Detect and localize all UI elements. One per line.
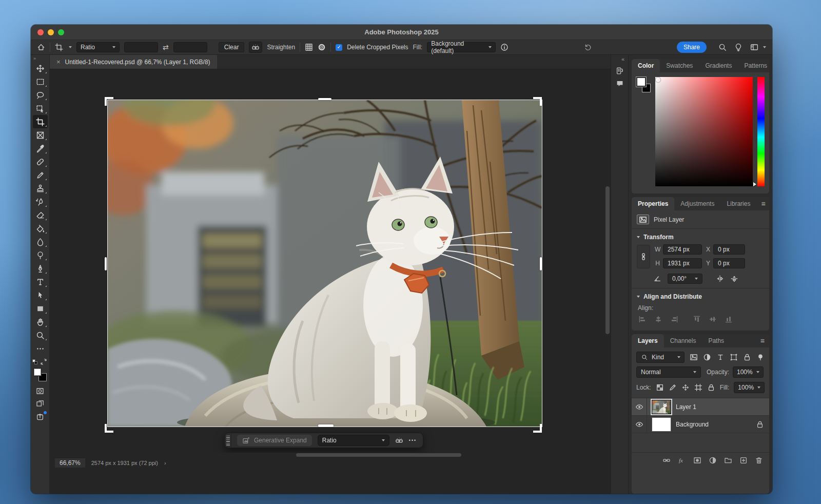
crop-tool-preset-icon[interactable]: [55, 43, 63, 51]
fill-select[interactable]: 100%: [734, 382, 765, 393]
minimize-window-button[interactable]: [48, 29, 54, 35]
document-tab[interactable]: × Untitled-1-Recovered.psd @ 66,7% (Laye…: [50, 55, 217, 69]
tab-adjustments[interactable]: Adjustments: [674, 197, 720, 210]
path-selection-tool[interactable]: [33, 288, 48, 302]
rectangle-tool[interactable]: [33, 302, 48, 315]
crop-width-input[interactable]: [124, 42, 158, 52]
quick-mask-button[interactable]: [33, 384, 48, 397]
toolbar-expand-icon[interactable]: »: [31, 55, 38, 62]
close-window-button[interactable]: [37, 29, 44, 35]
tab-patterns[interactable]: Patterns: [738, 59, 769, 72]
default-colors-icon[interactable]: [32, 359, 37, 364]
crop-handle-top[interactable]: [318, 98, 331, 100]
lock-all-icon[interactable]: [707, 383, 715, 392]
align-bottom-icon[interactable]: [725, 315, 733, 323]
lasso-tool[interactable]: [33, 88, 48, 102]
filter-type-layers-icon[interactable]: [716, 353, 725, 361]
history-panel-icon[interactable]: [616, 67, 624, 75]
foreground-color-swatch[interactable]: [636, 77, 646, 87]
width-field[interactable]: 2574 px: [663, 244, 702, 255]
tab-layers[interactable]: Layers: [632, 334, 664, 347]
y-field[interactable]: 0 px: [713, 258, 745, 268]
zoom-tool[interactable]: [33, 328, 48, 342]
crop-settings-gear-icon[interactable]: [318, 43, 326, 51]
crop-handle-bottom-left[interactable]: [105, 424, 113, 433]
document-image[interactable]: [108, 100, 542, 427]
zoom-level[interactable]: 66,67%: [55, 458, 85, 468]
share-button[interactable]: Share: [677, 42, 707, 53]
reset-icon[interactable]: [584, 43, 592, 51]
panel-menu-icon[interactable]: ≡: [756, 197, 769, 210]
flip-horizontal-icon[interactable]: [716, 275, 724, 283]
canvas[interactable]: Generative Expand Ratio •••: [50, 69, 611, 453]
discover-lightbulb-icon[interactable]: [734, 43, 742, 51]
tab-swatches[interactable]: Swatches: [660, 59, 699, 72]
tab-color[interactable]: Color: [632, 59, 660, 72]
generative-expand-button[interactable]: Generative Expand: [237, 435, 312, 446]
crop-handle-right[interactable]: [540, 257, 542, 270]
object-selection-tool[interactable]: [33, 102, 48, 115]
taskbar-drag-handle[interactable]: [225, 433, 231, 448]
fill-select[interactable]: Background (default): [427, 42, 496, 52]
home-icon[interactable]: [37, 43, 45, 51]
layer-thumbnail[interactable]: [652, 417, 671, 432]
info-icon[interactable]: [500, 43, 509, 51]
layer-visibility-toggle[interactable]: [632, 398, 647, 415]
align-top-icon[interactable]: [693, 315, 701, 323]
align-center-horizontal-icon[interactable]: [654, 315, 662, 323]
move-tool[interactable]: [33, 62, 48, 75]
close-icon[interactable]: ×: [56, 58, 61, 66]
saturation-brightness-field[interactable]: [655, 77, 753, 186]
more-options-icon[interactable]: •••: [409, 438, 417, 443]
crop-handle-top-right[interactable]: [533, 97, 542, 106]
pen-tool[interactable]: [33, 262, 48, 275]
x-field[interactable]: 0 px: [713, 244, 745, 255]
layer-effects-icon[interactable]: fx: [678, 456, 686, 464]
crop-handle-top-left[interactable]: [105, 97, 113, 106]
lock-artboard-icon[interactable]: [694, 383, 702, 392]
brush-tool[interactable]: [33, 168, 48, 182]
share-image-button[interactable]: [33, 410, 48, 423]
hand-tool[interactable]: [33, 315, 48, 328]
type-tool[interactable]: [33, 275, 48, 288]
straighten-icon[interactable]: [395, 436, 403, 444]
horizontal-scrollbar[interactable]: [296, 453, 461, 457]
height-field[interactable]: 1931 px: [663, 258, 702, 268]
hue-slider-indicator[interactable]: [753, 182, 756, 186]
tab-paths[interactable]: Paths: [702, 334, 730, 347]
history-brush-tool[interactable]: [33, 195, 48, 208]
link-layers-icon[interactable]: [662, 456, 671, 464]
search-icon[interactable]: [718, 43, 727, 51]
frame-tool[interactable]: [33, 128, 48, 142]
comments-panel-icon[interactable]: [616, 80, 624, 88]
color-marker[interactable]: [656, 77, 660, 82]
hue-slider[interactable]: [757, 77, 765, 186]
align-left-icon[interactable]: [638, 315, 647, 323]
align-right-icon[interactable]: [670, 315, 678, 323]
vertical-scrollbar[interactable]: [605, 186, 610, 334]
crop-handle-left[interactable]: [105, 257, 107, 270]
panel-menu-icon[interactable]: ≡: [756, 334, 769, 347]
marquee-tool[interactable]: [33, 75, 48, 88]
crop-height-input[interactable]: [173, 42, 207, 52]
filter-toggle-icon[interactable]: [756, 353, 765, 361]
filter-pixel-layers-icon[interactable]: [690, 353, 698, 361]
align-middle-icon[interactable]: [709, 315, 717, 323]
lock-position-icon[interactable]: [682, 384, 689, 391]
healing-brush-tool[interactable]: [33, 155, 48, 168]
rotation-field[interactable]: 0,00°: [668, 274, 702, 284]
eraser-tool[interactable]: [33, 208, 48, 222]
edit-toolbar[interactable]: [33, 342, 48, 355]
taskbar-ratio-select[interactable]: Ratio: [318, 435, 389, 446]
layer-row-background[interactable]: Background: [632, 416, 769, 433]
workspace-layout-icon[interactable]: [750, 43, 758, 51]
dodge-tool[interactable]: [33, 248, 48, 262]
zoom-window-button[interactable]: [58, 29, 64, 35]
tab-gradients[interactable]: Gradients: [699, 59, 738, 72]
layer-name[interactable]: Background: [676, 421, 709, 428]
add-layer-mask-icon[interactable]: [693, 456, 701, 464]
transform-section-header[interactable]: Transform: [632, 229, 769, 243]
clear-button[interactable]: Clear: [219, 42, 245, 52]
swap-colors-icon[interactable]: [40, 358, 48, 366]
link-dimensions-icon[interactable]: [637, 245, 650, 268]
